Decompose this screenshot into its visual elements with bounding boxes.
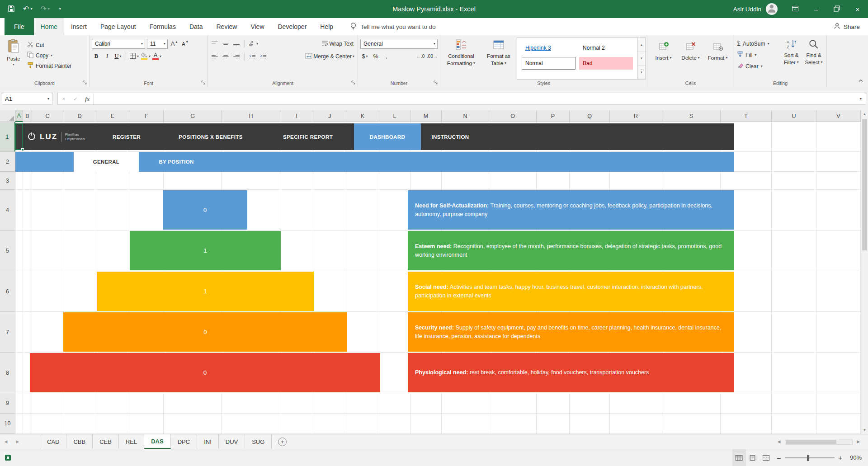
column-header-m[interactable]: M	[410, 110, 442, 122]
sheet-tab-ceb[interactable]: CEB	[93, 434, 119, 449]
column-header-v[interactable]: V	[816, 110, 861, 122]
sheet-tab-ini[interactable]: INI	[197, 434, 219, 449]
copy-button[interactable]: Copy ▾	[26, 51, 73, 60]
clipboard-dialog-launcher[interactable]	[82, 80, 88, 85]
dashboard-nav-specific-report[interactable]: SPECIFIC REPORT	[276, 123, 340, 150]
zoom-slider-thumb[interactable]	[807, 455, 809, 461]
cell-style-bad[interactable]: Bad	[579, 57, 633, 70]
borders-button[interactable]: ▾	[129, 51, 139, 62]
row-header-2[interactable]: 2	[0, 152, 15, 172]
hscroll-right-button[interactable]: ▶	[854, 434, 863, 449]
select-all-button[interactable]	[0, 110, 15, 122]
ribbon-tab-help[interactable]: Help	[313, 18, 340, 35]
column-header-o[interactable]: O	[489, 110, 537, 122]
accounting-format-button[interactable]: $▾	[360, 51, 369, 62]
new-sheet-button[interactable]: +	[278, 438, 287, 446]
column-header-b[interactable]: B	[23, 110, 32, 122]
format-painter-button[interactable]: Format Painter	[26, 61, 73, 71]
align-top-button[interactable]	[210, 38, 219, 49]
name-box[interactable]: A1 ▾	[2, 93, 52, 105]
increase-font-size-button[interactable]: A▴	[170, 38, 179, 49]
dashboard-nav-register[interactable]: REGISTER	[104, 123, 149, 150]
column-header-c[interactable]: C	[32, 110, 63, 122]
row-header-6[interactable]: 6	[0, 271, 15, 312]
dashboard-subtab-general[interactable]: GENERAL	[74, 152, 139, 172]
sheet-tab-sug[interactable]: SUG	[245, 434, 272, 449]
decrease-decimal-button[interactable]: .00→	[427, 51, 438, 62]
column-header-f[interactable]: F	[129, 110, 164, 122]
zoom-out-button[interactable]: –	[773, 454, 785, 461]
close-button[interactable]: ×	[847, 0, 868, 18]
format-cells-button[interactable]: Format▾	[705, 39, 731, 61]
align-bottom-button[interactable]	[232, 38, 241, 49]
redo-button[interactable]: ↷▾	[36, 0, 53, 18]
horizontal-scrollbar-thumb[interactable]	[786, 440, 836, 444]
ribbon-tab-developer[interactable]: Developer	[271, 18, 314, 35]
vertical-scrollbar[interactable]: ▲ ▼	[861, 110, 868, 434]
row-header-1[interactable]: 1	[0, 122, 15, 152]
collapse-ribbon-button[interactable]	[858, 76, 863, 84]
zoom-in-button[interactable]: +	[835, 454, 846, 461]
hscroll-left-button[interactable]: ◀	[774, 434, 784, 449]
align-center-button[interactable]	[221, 51, 230, 62]
enter-entry-button[interactable]: ✓	[70, 93, 81, 104]
find-select-button[interactable]: Find & Select▾	[802, 37, 825, 71]
row-header-4[interactable]: 4	[0, 190, 15, 231]
gallery-down-button[interactable]: ▾	[638, 52, 645, 65]
orientation-button[interactable]: ab ▾	[248, 38, 258, 49]
sheet-nav-left-button[interactable]: ◀	[0, 434, 12, 449]
alignment-dialog-launcher[interactable]	[351, 80, 356, 85]
underline-button[interactable]: U▾	[113, 51, 123, 62]
selected-cell-a1[interactable]	[15, 123, 23, 150]
scroll-up-button[interactable]: ▲	[861, 110, 868, 118]
delete-cells-button[interactable]: Delete▾	[678, 39, 704, 61]
cell-style-hiperlink-3[interactable]: Hiperlink 3	[522, 42, 576, 54]
font-name-select[interactable]: Calibri ▾	[92, 39, 145, 49]
column-header-n[interactable]: N	[442, 110, 489, 122]
column-header-t[interactable]: T	[721, 110, 772, 122]
column-header-k[interactable]: K	[346, 110, 379, 122]
ribbon-tab-view[interactable]: View	[244, 18, 271, 35]
sort-filter-button[interactable]: AZ Sort & Filter▾	[780, 37, 803, 71]
merge-center-button[interactable]: Merge & Center ▾	[305, 51, 355, 62]
ribbon-tab-data[interactable]: Data	[183, 18, 210, 35]
ribbon-display-options-button[interactable]	[785, 0, 806, 18]
cell-style-normal[interactable]: Normal	[522, 57, 576, 70]
row-header-8[interactable]: 8	[0, 353, 15, 393]
column-header-j[interactable]: J	[313, 110, 346, 122]
align-left-button[interactable]	[210, 51, 219, 62]
column-header-q[interactable]: Q	[570, 110, 610, 122]
insert-cells-button[interactable]: Insert▾	[651, 39, 677, 61]
share-button[interactable]: Share	[826, 18, 868, 35]
dashboard-subtab-by-position[interactable]: BY POSITION	[149, 152, 203, 172]
customize-qat-button[interactable]: ▾	[54, 0, 65, 18]
sheet-tab-cad[interactable]: CAD	[40, 434, 66, 449]
gallery-up-button[interactable]: ▴	[638, 38, 645, 52]
font-size-select[interactable]: 11 ▾	[147, 39, 168, 49]
sheet-tab-cbb[interactable]: CBB	[66, 434, 93, 449]
fill-color-button[interactable]: ▾	[141, 51, 151, 62]
avatar[interactable]	[766, 3, 778, 15]
zoom-level[interactable]: 90%	[846, 454, 868, 461]
column-header-p[interactable]: P	[537, 110, 570, 122]
column-header-e[interactable]: E	[96, 110, 129, 122]
percent-style-button[interactable]: %	[371, 51, 380, 62]
restore-button[interactable]	[826, 0, 847, 18]
fill-button[interactable]: Fill ▾	[736, 50, 780, 60]
align-middle-button[interactable]	[221, 38, 230, 49]
scroll-down-button[interactable]: ▼	[861, 426, 868, 434]
dashboard-nav-positions-x-benefits[interactable]: POSITIONS X BENEFITS	[172, 123, 250, 150]
undo-button[interactable]: ↶▾	[19, 0, 36, 18]
font-color-button[interactable]: A ▾	[152, 51, 161, 62]
column-header-u[interactable]: U	[772, 110, 816, 122]
normal-view-button[interactable]	[732, 449, 746, 466]
conditional-formatting-button[interactable]: Conditional Formatting▾	[442, 37, 481, 79]
ribbon-tab-page-layout[interactable]: Page Layout	[94, 18, 143, 35]
sheet-nav-right-button[interactable]: ▶	[12, 434, 24, 449]
align-right-button[interactable]	[232, 51, 241, 62]
ribbon-tab-formulas[interactable]: Formulas	[143, 18, 183, 35]
minimize-button[interactable]: –	[806, 0, 826, 18]
cut-button[interactable]: Cut	[26, 40, 73, 50]
paste-button[interactable]: Paste ▾	[1, 37, 26, 79]
sheet-tab-duv[interactable]: DUV	[219, 434, 245, 449]
